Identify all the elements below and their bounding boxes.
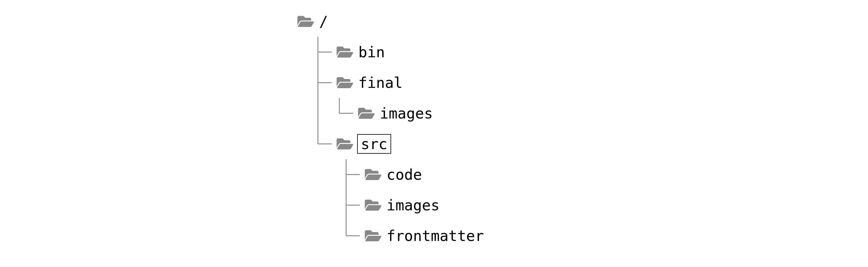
- folder-open-icon: [336, 75, 353, 90]
- tree-label: images: [385, 197, 441, 214]
- tree-connector-tee: [315, 37, 336, 67]
- tree-row: code: [297, 159, 485, 190]
- tree-connector-elbow: [336, 98, 358, 129]
- directory-tree: / bin final: [297, 6, 485, 251]
- tree-row-root: /: [297, 6, 485, 37]
- tree-label-root: /: [318, 13, 329, 30]
- tree-connector-tee: [343, 190, 365, 221]
- tree-connector-tee: [343, 159, 365, 190]
- folder-open-icon: [297, 14, 314, 29]
- folder-open-icon: [365, 198, 382, 212]
- tree-row: src: [297, 129, 485, 159]
- folder-open-icon: [358, 106, 375, 121]
- tree-connector-tee: [315, 67, 336, 98]
- tree-row: final: [297, 67, 485, 98]
- folder-open-icon: [336, 45, 353, 59]
- tree-connector-elbow: [343, 221, 365, 251]
- tree-connector-elbow: [315, 129, 336, 159]
- folder-open-icon: [336, 137, 353, 151]
- tree-row: bin: [297, 37, 485, 67]
- folder-open-icon: [365, 228, 382, 243]
- tree-connector-passthrough: [315, 98, 336, 129]
- tree-label: images: [378, 105, 434, 122]
- tree-label: frontmatter: [385, 227, 485, 244]
- tree-label: code: [385, 166, 423, 183]
- tree-row: images: [297, 190, 485, 221]
- tree-row: images: [297, 98, 485, 129]
- tree-label: final: [357, 74, 404, 91]
- tree-label: bin: [357, 43, 386, 61]
- tree-label-boxed: src: [357, 134, 391, 154]
- tree-row: frontmatter: [297, 221, 485, 251]
- folder-open-icon: [365, 167, 382, 182]
